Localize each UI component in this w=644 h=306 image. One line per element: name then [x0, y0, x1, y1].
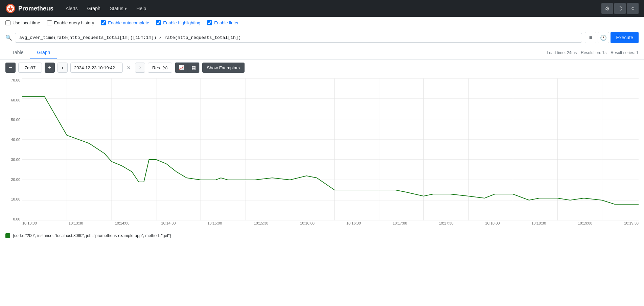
x-label-8: 10:17:00	[393, 221, 407, 225]
search-actions: ≡ 🕐 Execute	[585, 32, 639, 43]
y-label-4: 40.00	[5, 138, 22, 142]
brand-label: Prometheus	[18, 5, 53, 12]
execute-button[interactable]: Execute	[611, 32, 639, 43]
y-label-2: 20.00	[5, 178, 22, 182]
chart-container: 0.00 10.00 20.00 30.00 40.00 50.00 60.00…	[0, 76, 644, 231]
tab-table[interactable]: Table	[5, 46, 30, 59]
enable-autocomplete-label: Enable autocomplete	[108, 20, 149, 25]
graph-controls: − + ‹ ✕ › Res. (s) 📈 ▦ Show Exemplars	[0, 60, 644, 76]
resolution-btn[interactable]: Res. (s)	[148, 63, 172, 73]
result-series: Result series: 1	[611, 50, 639, 55]
y-label-0: 0.00	[5, 217, 22, 221]
line-chart-btn[interactable]: 📈	[175, 63, 188, 73]
search-bar: 🔍 ≡ 🕐 Execute	[0, 29, 644, 46]
x-label-5: 10:15:30	[254, 221, 268, 225]
load-time: Load time: 24ms	[547, 50, 577, 55]
resolution: Resolution: 1s	[581, 50, 606, 55]
nav-icons: ⚙ ☽ ○	[601, 3, 639, 14]
enable-autocomplete-option[interactable]: Enable autocomplete	[101, 20, 149, 25]
bar-chart-btn[interactable]: ▦	[188, 63, 199, 73]
nav-help[interactable]: Help	[132, 3, 150, 14]
chart-type-buttons: 📈 ▦	[175, 62, 200, 73]
svg-rect-2	[22, 78, 639, 220]
clear-datetime-btn[interactable]: ✕	[125, 65, 132, 70]
next-time-btn[interactable]: ›	[135, 63, 145, 73]
tabs-row: Table Graph Load time: 24ms Resolution: …	[0, 46, 644, 60]
enable-linter-option[interactable]: Enable linter	[207, 20, 238, 25]
y-label-3: 30.00	[5, 158, 22, 162]
enable-linter-checkbox[interactable]	[207, 20, 212, 25]
datetime-input[interactable]	[70, 63, 123, 73]
legend: {code="200", instance="localhost:8080", …	[0, 231, 644, 243]
range-input[interactable]	[18, 63, 42, 73]
x-label-10: 10:18:00	[485, 221, 500, 225]
legend-label: {code="200", instance="localhost:8080", …	[13, 233, 171, 238]
x-label-6: 10:16:00	[300, 221, 315, 225]
zoom-out-btn[interactable]: −	[5, 63, 16, 73]
settings-icon-btn[interactable]: ⚙	[601, 3, 613, 14]
nav-alerts[interactable]: Alerts	[62, 3, 82, 14]
tabs: Table Graph	[5, 46, 57, 59]
use-local-time-checkbox[interactable]	[5, 20, 10, 25]
enable-query-history-checkbox[interactable]	[47, 20, 52, 25]
enable-highlighting-checkbox[interactable]	[156, 20, 161, 25]
x-label-11: 10:18:30	[531, 221, 546, 225]
query-input[interactable]	[15, 33, 582, 43]
use-local-time-option[interactable]: Use local time	[5, 20, 40, 25]
enable-highlighting-label: Enable highlighting	[163, 20, 200, 25]
chart-inner: 10:13:00 10:13:30 10:14:00 10:14:30 10:1…	[22, 78, 639, 231]
y-label-5: 50.00	[5, 118, 22, 122]
nav-status[interactable]: Status ▾	[106, 3, 131, 14]
circle-icon-btn[interactable]: ○	[627, 3, 639, 14]
x-label-12: 10:19:00	[578, 221, 592, 225]
y-label-7: 70.00	[5, 78, 22, 82]
query-history-btn[interactable]: 🕐	[598, 32, 609, 43]
zoom-in-btn[interactable]: +	[45, 63, 55, 73]
theme-icon-btn[interactable]: ☽	[614, 3, 626, 14]
x-label-1: 10:13:30	[69, 221, 83, 225]
x-axis: 10:13:00 10:13:30 10:14:00 10:14:30 10:1…	[22, 220, 639, 226]
use-local-time-label: Use local time	[13, 20, 40, 25]
search-icon: 🔍	[5, 34, 12, 41]
options-bar: Use local time Enable query history Enab…	[0, 17, 644, 29]
chart-svg	[22, 78, 639, 220]
tab-graph[interactable]: Graph	[30, 46, 57, 59]
nav-graph[interactable]: Graph	[83, 3, 105, 14]
y-label-6: 60.00	[5, 98, 22, 102]
x-label-0: 10:13:00	[22, 221, 37, 225]
enable-autocomplete-checkbox[interactable]	[101, 20, 106, 25]
load-info: Load time: 24ms Resolution: 1s Result se…	[547, 50, 639, 55]
enable-highlighting-option[interactable]: Enable highlighting	[156, 20, 200, 25]
x-label-2: 10:14:00	[115, 221, 130, 225]
prev-time-btn[interactable]: ‹	[58, 63, 68, 73]
legend-color	[5, 233, 10, 238]
x-label-4: 10:15:00	[207, 221, 222, 225]
enable-linter-label: Enable linter	[214, 20, 238, 25]
navbar: Prometheus Alerts Graph Status ▾ Help ⚙ …	[0, 0, 644, 17]
x-label-13: 10:19:30	[624, 221, 639, 225]
nav-links: Alerts Graph Status ▾ Help	[62, 3, 601, 14]
x-label-3: 10:14:30	[161, 221, 176, 225]
y-label-1: 10.00	[5, 197, 22, 201]
enable-query-history-option[interactable]: Enable query history	[47, 20, 94, 25]
y-axis: 0.00 10.00 20.00 30.00 40.00 50.00 60.00…	[5, 78, 22, 231]
prometheus-logo	[5, 3, 16, 14]
brand: Prometheus	[5, 3, 53, 14]
x-label-7: 10:16:30	[346, 221, 361, 225]
x-label-9: 10:17:30	[439, 221, 454, 225]
enable-query-history-label: Enable query history	[54, 20, 94, 25]
format-query-btn[interactable]: ≡	[585, 32, 596, 43]
show-exemplars-btn[interactable]: Show Exemplars	[202, 63, 245, 73]
